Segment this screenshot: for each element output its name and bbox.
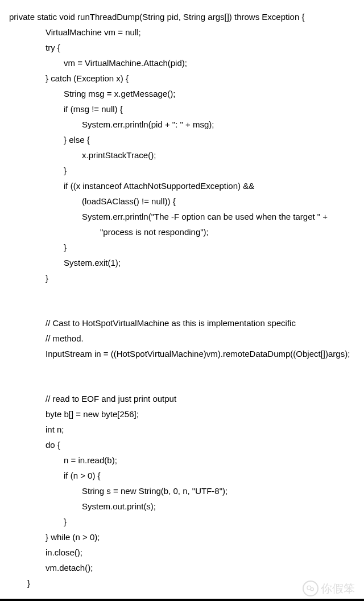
wechat-icon bbox=[303, 581, 318, 596]
code-line bbox=[9, 300, 359, 315]
code-line: } catch (Exception x) { bbox=[9, 71, 359, 86]
code-line: // Cast to HotSpotVirtualMachine as this… bbox=[9, 315, 359, 331]
code-line: } bbox=[9, 514, 359, 529]
watermark-text: 你假笨 bbox=[321, 581, 355, 596]
code-line: byte b[] = new byte[256]; bbox=[9, 406, 359, 422]
code-line: String msg = x.getMessage(); bbox=[9, 86, 359, 101]
svg-point-1 bbox=[311, 588, 313, 591]
code-line: // read to EOF and just print output bbox=[9, 391, 359, 406]
code-line: } bbox=[9, 270, 359, 286]
code-line: vm.detach(); bbox=[9, 560, 359, 575]
code-line: if (msg != null) { bbox=[9, 101, 359, 117]
code-line: private static void runThreadDump(String… bbox=[9, 9, 359, 24]
code-line: } bbox=[9, 240, 359, 255]
code-line: (loadSAClass() != null)) { bbox=[9, 194, 359, 209]
code-line: if ((x instanceof AttachNotSupportedExce… bbox=[9, 178, 359, 194]
watermark: 你假笨 bbox=[303, 581, 355, 596]
code-block: private static void runThreadDump(String… bbox=[0, 0, 364, 600]
code-line: System.exit(1); bbox=[9, 255, 359, 270]
code-line bbox=[9, 286, 359, 300]
bottom-bar bbox=[0, 599, 364, 601]
code-line bbox=[9, 376, 359, 391]
code-line: "process is not responding"); bbox=[9, 224, 359, 240]
code-line: try { bbox=[9, 40, 359, 55]
code-line: InputStream in = ((HotSpotVirtualMachine… bbox=[9, 346, 359, 361]
code-line: VirtualMachine vm = null; bbox=[9, 24, 359, 40]
code-line: x.printStackTrace(); bbox=[9, 147, 359, 163]
code-line: System.err.println(pid + ": " + msg); bbox=[9, 117, 359, 132]
code-line: n = in.read(b); bbox=[9, 452, 359, 468]
code-line: vm = VirtualMachine.Attach(pid); bbox=[9, 55, 359, 71]
code-line: // method. bbox=[9, 331, 359, 346]
code-line: } bbox=[9, 163, 359, 178]
code-line: in.close(); bbox=[9, 545, 359, 560]
code-line: } while (n > 0); bbox=[9, 529, 359, 545]
code-line: String s = new String(b, 0, n, "UTF-8"); bbox=[9, 483, 359, 499]
code-line bbox=[9, 361, 359, 376]
code-line: } else { bbox=[9, 132, 359, 147]
code-line: if (n > 0) { bbox=[9, 468, 359, 483]
code-line: do { bbox=[9, 437, 359, 452]
code-line: int n; bbox=[9, 422, 359, 437]
code-line: System.err.println("The -F option can be… bbox=[9, 209, 359, 224]
code-line: System.out.print(s); bbox=[9, 499, 359, 514]
